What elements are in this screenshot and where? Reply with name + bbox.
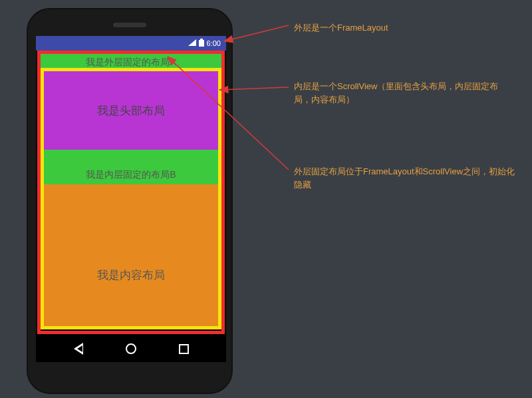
battery-icon: [199, 39, 204, 48]
arrow-1: [224, 25, 289, 41]
green-spacer: [44, 150, 218, 166]
annotation-1-text: 外层是一个FrameLayout: [294, 23, 388, 33]
status-time: 6:00: [207, 39, 221, 47]
circle-home-icon: [126, 343, 136, 354]
annotation-3: 外层固定布局位于FrameLayout和ScrollView之间，初始化隐藏: [294, 165, 520, 191]
triangle-back-icon-inner: [77, 345, 82, 352]
fixed-a-label: 我是外层固定的布局A: [86, 57, 176, 69]
phone-speaker: [113, 23, 146, 27]
svg-rect-1: [200, 39, 203, 40]
header-layout: 我是头部布局: [44, 71, 218, 150]
svg-rect-0: [199, 40, 204, 47]
annotation-2: 内层是一个ScrollView（里面包含头布局，内层固定布局，内容布局）: [294, 80, 513, 106]
nav-home-button[interactable]: [121, 339, 141, 359]
nav-bar: [36, 335, 226, 362]
fixed-b-label: 我是内层固定的布局B: [86, 169, 176, 181]
status-bar: 6:00: [36, 36, 226, 51]
nav-recent-button[interactable]: [174, 339, 194, 359]
signal-icon: [188, 39, 196, 47]
nav-back-button[interactable]: [68, 339, 88, 359]
content-layout: 我是内容布局: [44, 184, 218, 326]
annotation-2-text: 内层是一个ScrollView（里面包含头布局，内层固定布局，内容布局）: [294, 81, 498, 104]
header-label: 我是头部布局: [97, 103, 165, 118]
annotation-1: 外层是一个FrameLayout: [294, 21, 388, 35]
fixed-layout-b: 我是内层固定的布局B: [44, 166, 218, 184]
annotation-3-text: 外层固定布局位于FrameLayout和ScrollView之间，初始化隐藏: [294, 166, 515, 190]
phone-frame: 6:00 我是外层固定的布局A 我是头部布局 我是内层固定的布局B 我是内容布局: [27, 8, 233, 394]
content-label: 我是内容布局: [97, 268, 165, 283]
phone-screen: 6:00 我是外层固定的布局A 我是头部布局 我是内层固定的布局B 我是内容布局: [36, 36, 226, 362]
square-recent-icon: [179, 344, 189, 354]
